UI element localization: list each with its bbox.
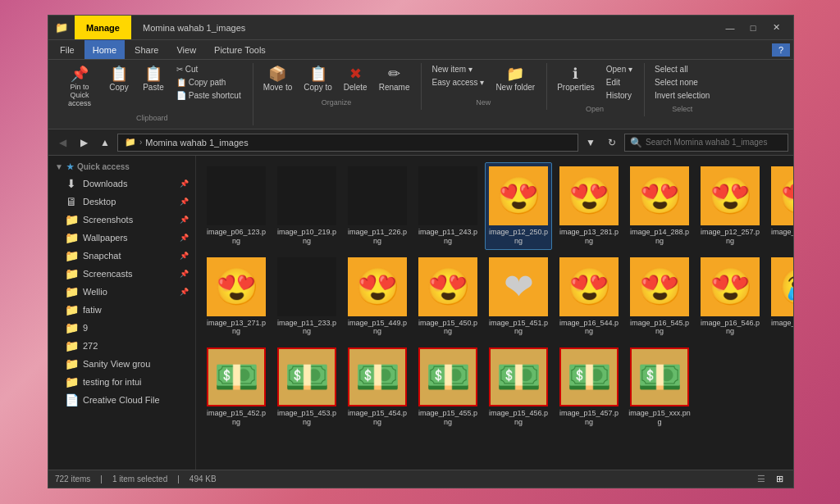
file-item[interactable]: 😍image_p12_257.png bbox=[696, 162, 764, 250]
sidebar-item-downloads[interactable]: ⬇ Downloads 📌 bbox=[48, 175, 195, 193]
file-name: image_p13_281.png bbox=[558, 228, 620, 246]
invert-selection-button[interactable]: Invert selection bbox=[650, 89, 714, 102]
file-item[interactable]: 😍image_p13_264.png bbox=[767, 162, 793, 250]
file-item[interactable]: 😍image_p13_281.png bbox=[555, 162, 623, 250]
maximize-button[interactable]: □ bbox=[742, 20, 764, 36]
refresh-button[interactable]: ↻ bbox=[603, 134, 621, 152]
file-item[interactable]: 💵image_p15_xxx.png bbox=[626, 343, 693, 431]
testing-icon: 📁 bbox=[65, 375, 78, 388]
sidebar-item-screenshots[interactable]: 📁 Screenshots 📌 bbox=[48, 211, 195, 229]
file-name: image_p16_546.png bbox=[699, 319, 761, 337]
paste-button[interactable]: 📋 Paste bbox=[137, 63, 170, 95]
file-item[interactable]: 😍image_p15_450.png bbox=[414, 253, 482, 341]
close-button[interactable]: ✕ bbox=[765, 20, 787, 36]
sidebar-item-fatiw[interactable]: 📁 fatiw bbox=[48, 301, 195, 319]
search-box[interactable]: 🔍 bbox=[624, 134, 788, 152]
menu-view[interactable]: View bbox=[168, 40, 204, 59]
sidebar-item-wallpapers[interactable]: 📁 Wallpapers 📌 bbox=[48, 229, 195, 247]
properties-label: Properties bbox=[557, 83, 595, 92]
dark-preview bbox=[418, 166, 477, 225]
sidebar-item-testing[interactable]: 📁 testing for intui bbox=[48, 373, 195, 391]
file-item[interactable]: 💵image_p15_452.png bbox=[203, 343, 270, 431]
help-button[interactable]: ? bbox=[772, 43, 790, 57]
file-item[interactable]: image_p11_243.png bbox=[414, 162, 482, 250]
file-item[interactable]: ❤image_p15_451.png bbox=[485, 253, 552, 341]
back-button[interactable]: ◀ bbox=[53, 134, 71, 152]
file-item[interactable]: 💵image_p15_453.png bbox=[273, 343, 340, 431]
sidebar-item-9[interactable]: 📁 9 bbox=[48, 319, 195, 337]
file-thumbnail: 😍 bbox=[348, 257, 407, 316]
folder-breadcrumb-icon: 📁 bbox=[125, 137, 136, 148]
sidebar-item-sanity[interactable]: 📁 Sanity View grou bbox=[48, 355, 195, 373]
file-item[interactable]: 😍image_p15_449.png bbox=[344, 253, 411, 341]
file-item[interactable]: image_p10_219.png bbox=[273, 162, 340, 250]
details-view-button[interactable]: ☰ bbox=[754, 472, 769, 487]
menu-bar: File Home Share View Picture Tools ? bbox=[48, 40, 793, 60]
file-item[interactable]: 💵image_p15_456.png bbox=[485, 343, 552, 431]
file-item[interactable]: 💵image_p15_454.png bbox=[344, 343, 411, 431]
forward-button[interactable]: ▶ bbox=[75, 134, 93, 152]
file-item[interactable]: 💵image_p15_457.png bbox=[555, 343, 623, 431]
address-path[interactable]: 📁 › Momina wahab 1_images bbox=[117, 134, 578, 152]
sidebar-item-screencasts[interactable]: 📁 Screencasts 📌 bbox=[48, 265, 195, 283]
quick-access-header[interactable]: ▼ ★ Quick access bbox=[48, 159, 195, 175]
sidebar-item-272[interactable]: 📁 272 bbox=[48, 337, 195, 355]
file-item[interactable]: 😍image_p16_546.png bbox=[696, 253, 764, 341]
edit-button[interactable]: Edit bbox=[601, 76, 637, 89]
paste-shortcut-button[interactable]: 📄 Paste shortcut bbox=[171, 89, 246, 102]
sidebar-item-snapchat[interactable]: 📁 Snapchat 📌 bbox=[48, 247, 195, 265]
menu-share[interactable]: Share bbox=[126, 40, 167, 59]
cut-button[interactable]: ✂ Cut bbox=[171, 63, 246, 75]
file-item[interactable]: 😢image_p16_543.png bbox=[767, 253, 793, 341]
select-items: Select all Select none Invert selection bbox=[650, 63, 714, 102]
new-folder-icon: 📁 bbox=[506, 66, 524, 81]
menu-home[interactable]: Home bbox=[84, 40, 125, 59]
pin-to-quick-access-button[interactable]: 📌 Pin to Quick access bbox=[58, 63, 101, 111]
sidebar-item-creative-cloud[interactable]: 📄 Creative Cloud File bbox=[48, 391, 195, 409]
file-item[interactable]: 💵image_p15_455.png bbox=[414, 343, 482, 431]
ribbon-select-group: Select all Select none Invert selection … bbox=[646, 63, 721, 116]
rename-button[interactable]: ✏ Rename bbox=[374, 63, 415, 95]
file-item[interactable]: image_p06_123.png bbox=[203, 162, 270, 250]
file-item[interactable]: 😍image_p16_545.png bbox=[626, 253, 693, 341]
delete-button[interactable]: ✖ Delete bbox=[339, 63, 372, 95]
menu-file[interactable]: File bbox=[52, 40, 83, 59]
move-to-button[interactable]: 📦 Move to bbox=[258, 63, 298, 95]
minimize-button[interactable]: — bbox=[719, 20, 741, 36]
screenshots-label: Screenshots bbox=[83, 215, 175, 225]
large-icons-view-button[interactable]: ⊞ bbox=[772, 472, 787, 487]
sidebar-item-desktop[interactable]: 🖥 Desktop 📌 bbox=[48, 193, 195, 211]
dropdown-button[interactable]: ▼ bbox=[582, 134, 600, 152]
file-item[interactable]: 😍image_p16_544.png bbox=[555, 253, 623, 341]
status-separator-2: | bbox=[177, 474, 180, 484]
downloads-pin-icon: 📌 bbox=[180, 179, 189, 188]
history-button[interactable]: History bbox=[601, 89, 637, 102]
copy-to-button[interactable]: 📋 Copy to bbox=[299, 63, 336, 95]
file-item[interactable]: image_p11_233.png bbox=[273, 253, 340, 341]
copy-button[interactable]: 📋 Copy bbox=[103, 63, 135, 95]
new-item-button[interactable]: New item ▾ bbox=[427, 63, 489, 75]
file-thumbnail: 😍 bbox=[559, 166, 619, 225]
file-thumbnail: 😍 bbox=[630, 166, 689, 225]
file-item[interactable]: 😍image_p14_288.png bbox=[626, 162, 693, 250]
open-button[interactable]: Open ▾ bbox=[601, 63, 637, 75]
menu-picture-tools[interactable]: Picture Tools bbox=[206, 40, 274, 59]
file-item[interactable]: 😍image_p13_271.png bbox=[203, 253, 270, 341]
copy-to-label: Copy to bbox=[304, 83, 331, 92]
copy-path-button[interactable]: 📋 Copy path bbox=[171, 76, 246, 89]
search-input[interactable] bbox=[646, 138, 783, 147]
easy-access-button[interactable]: Easy access ▾ bbox=[427, 76, 489, 89]
tab-manage[interactable]: Manage bbox=[75, 16, 131, 39]
properties-button[interactable]: ℹ Properties bbox=[552, 63, 600, 95]
new-folder-button[interactable]: 📁 New folder bbox=[491, 63, 540, 95]
file-item[interactable]: 😍image_p12_250.png bbox=[485, 162, 552, 250]
up-button[interactable]: ▲ bbox=[96, 134, 114, 152]
address-chevron: › bbox=[139, 138, 142, 147]
file-thumbnail: 😍 bbox=[207, 257, 266, 316]
file-item[interactable]: image_p11_226.png bbox=[344, 162, 411, 250]
select-all-button[interactable]: Select all bbox=[650, 63, 714, 75]
file-name: image_p11_233.png bbox=[276, 319, 338, 337]
ribbon-new-group: New item ▾ Easy access ▾ 📁 New folder Ne… bbox=[423, 63, 547, 110]
sidebar-item-wellio[interactable]: 📁 Wellio 📌 bbox=[48, 283, 195, 301]
select-none-button[interactable]: Select none bbox=[650, 76, 714, 89]
